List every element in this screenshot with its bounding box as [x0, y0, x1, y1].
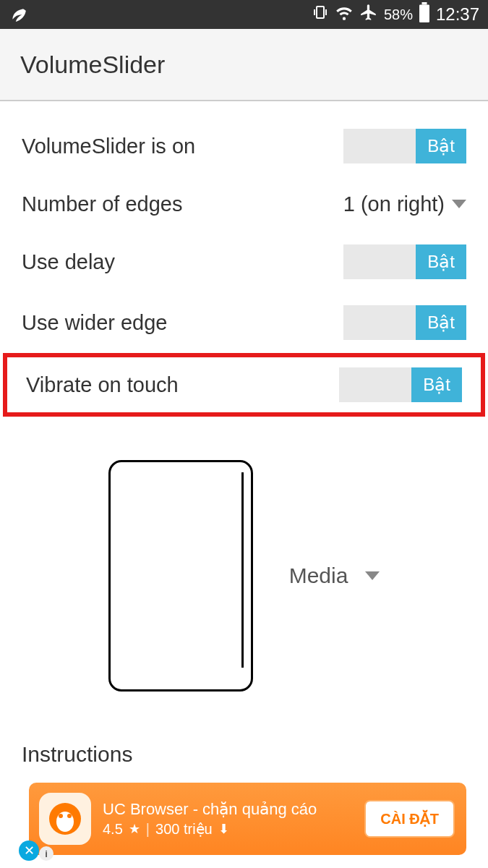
svg-rect-4	[421, 2, 427, 5]
ad-info-icon[interactable]: i	[39, 846, 53, 861]
setting-vibrate-on-touch[interactable]: Vibrate on touch Bật	[7, 357, 481, 412]
dropdown-value: Media	[289, 563, 348, 588]
toggle-switch[interactable]: Bật	[343, 129, 466, 163]
ad-subtitle: 4.5 ★ | 300 triệu ⬇	[103, 820, 364, 838]
ad-title: UC Browser - chặn quảng cáo	[103, 800, 364, 819]
ad-banner[interactable]: ✕ i UC Browser - chặn quảng cáo 4.5 ★ | …	[29, 783, 466, 855]
settings-list: VolumeSlider is on Bật Number of edges 1…	[0, 101, 488, 767]
ad-close-button[interactable]: ✕	[19, 841, 39, 861]
app-title: VolumeSlider	[20, 51, 165, 79]
leaf-icon	[9, 3, 27, 26]
edge-indicator	[241, 472, 244, 668]
edges-dropdown[interactable]: 1 (on right)	[343, 192, 466, 216]
app-bar: VolumeSlider	[0, 29, 488, 101]
vibrate-icon	[312, 4, 329, 25]
ad-downloads: 300 triệu	[155, 820, 213, 838]
setting-label: Vibrate on touch	[26, 373, 339, 397]
dropdown-value: 1 (on right)	[343, 192, 445, 216]
status-bar: 58% 12:37	[0, 0, 488, 29]
chevron-down-icon	[452, 200, 466, 208]
svg-rect-3	[419, 5, 429, 23]
volume-type-dropdown[interactable]: Media	[289, 563, 380, 588]
toggle-handle: Bật	[411, 367, 462, 402]
setting-label: Use delay	[22, 250, 343, 274]
setting-label: Number of edges	[22, 192, 343, 216]
ad-rating: 4.5	[103, 821, 123, 838]
svg-point-8	[67, 814, 72, 818]
toggle-switch[interactable]: Bật	[339, 367, 462, 402]
instructions-heading: Instructions	[0, 742, 488, 767]
star-icon: ★	[129, 821, 140, 837]
setting-label: VolumeSlider is on	[22, 135, 343, 158]
setting-number-of-edges[interactable]: Number of edges 1 (on right)	[0, 176, 488, 231]
toggle-switch[interactable]: Bật	[343, 305, 466, 340]
ad-app-icon	[39, 793, 91, 845]
ad-text: UC Browser - chặn quảng cáo 4.5 ★ | 300 …	[103, 800, 364, 838]
toggle-handle: Bật	[416, 305, 466, 340]
toggle-handle: Bật	[416, 129, 466, 163]
battery-percentage: 58%	[384, 7, 413, 23]
setting-use-wider-edge[interactable]: Use wider edge Bật	[0, 292, 488, 353]
highlighted-setting: Vibrate on touch Bật	[3, 353, 485, 417]
phone-mockup	[108, 460, 253, 692]
battery-icon	[419, 2, 430, 27]
divider: |	[146, 821, 150, 838]
svg-point-7	[59, 814, 63, 818]
toggle-handle: Bật	[416, 244, 466, 279]
ad-install-button[interactable]: CÀI ĐẶT	[364, 800, 455, 838]
svg-point-6	[56, 812, 74, 832]
clock: 12:37	[436, 4, 479, 25]
setting-use-delay[interactable]: Use delay Bật	[0, 231, 488, 292]
download-icon: ⬇	[218, 821, 229, 837]
setting-volumeslider-on[interactable]: VolumeSlider is on Bật	[0, 116, 488, 176]
edge-preview-section: Media	[0, 460, 488, 692]
airplane-icon	[359, 3, 378, 26]
toggle-switch[interactable]: Bật	[343, 244, 466, 279]
chevron-down-icon	[365, 571, 380, 580]
svg-rect-0	[317, 7, 324, 18]
setting-label: Use wider edge	[22, 311, 343, 335]
wifi-icon	[335, 3, 354, 26]
